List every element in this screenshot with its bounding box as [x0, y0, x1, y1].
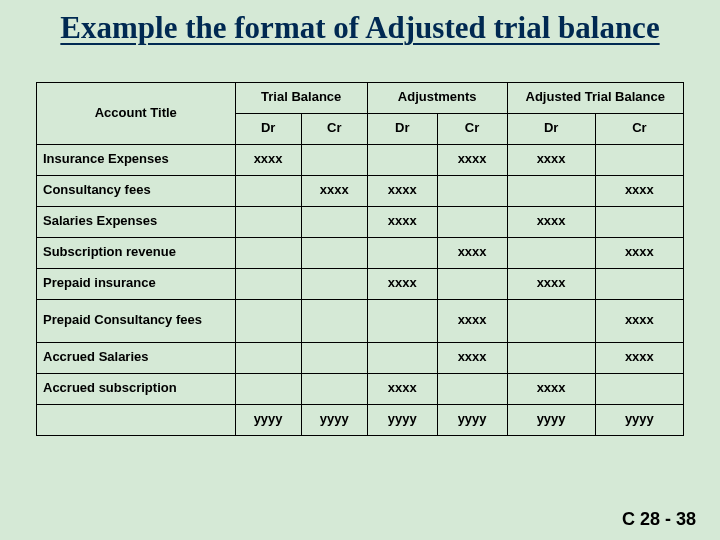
- account-title: Prepaid insurance: [37, 268, 236, 299]
- atb-dr: [507, 342, 595, 373]
- adj-cr: [437, 175, 507, 206]
- account-title: Consultancy fees: [37, 175, 236, 206]
- tb-dr: [235, 342, 301, 373]
- tb-cr: xxxx: [301, 175, 367, 206]
- tb-dr: [235, 268, 301, 299]
- atb-dr: [507, 175, 595, 206]
- atb-cr: [595, 144, 683, 175]
- account-title: Accrued subscription: [37, 373, 236, 404]
- adj-cr: xxxx: [437, 299, 507, 342]
- adj-dr: xxxx: [367, 175, 437, 206]
- table-container: Account Title Trial Balance Adjustments …: [0, 50, 720, 436]
- adj-dr: xxxx: [367, 373, 437, 404]
- slide-title: Example the format of Adjusted trial bal…: [0, 0, 720, 50]
- tb-cr: [301, 342, 367, 373]
- adj-cr: xxxx: [437, 342, 507, 373]
- atb-cr: xxxx: [595, 342, 683, 373]
- account-title: Subscription revenue: [37, 237, 236, 268]
- account-title: Insurance Expenses: [37, 144, 236, 175]
- tb-cr: [301, 268, 367, 299]
- adj-dr: xxxx: [367, 206, 437, 237]
- tb-dr: [235, 373, 301, 404]
- adjusted-trial-balance-table: Account Title Trial Balance Adjustments …: [36, 82, 684, 436]
- col-account: Account Title: [37, 82, 236, 144]
- table-row: Accrued Salariesxxxxxxxx: [37, 342, 684, 373]
- totals-row: yyyyyyyyyyyyyyyyyyyyyyyy: [37, 404, 684, 435]
- tb-cr-header: Cr: [301, 113, 367, 144]
- atb-dr-header: Dr: [507, 113, 595, 144]
- slide-number: C 28 - 38: [622, 509, 696, 530]
- atb-dr-total: yyyy: [507, 404, 595, 435]
- adj-dr: [367, 237, 437, 268]
- tb-dr: xxxx: [235, 144, 301, 175]
- tb-dr: [235, 206, 301, 237]
- atb-cr-total: yyyy: [595, 404, 683, 435]
- atb-dr: xxxx: [507, 144, 595, 175]
- table-row: Insurance Expensesxxxxxxxxxxxx: [37, 144, 684, 175]
- tb-dr: [235, 237, 301, 268]
- table-row: Accrued subscriptionxxxxxxxx: [37, 373, 684, 404]
- tb-dr: [235, 299, 301, 342]
- atb-dr: xxxx: [507, 373, 595, 404]
- tb-cr: [301, 206, 367, 237]
- atb-dr: xxxx: [507, 268, 595, 299]
- adj-cr: [437, 373, 507, 404]
- account-title: Prepaid Consultancy fees: [37, 299, 236, 342]
- col-trial-balance: Trial Balance: [235, 82, 367, 113]
- slide: Example the format of Adjusted trial bal…: [0, 0, 720, 540]
- tb-cr: [301, 144, 367, 175]
- adj-dr: [367, 144, 437, 175]
- table-row: Prepaid Consultancy feesxxxxxxxx: [37, 299, 684, 342]
- adj-cr: [437, 206, 507, 237]
- tb-dr-total: yyyy: [235, 404, 301, 435]
- table-row: Prepaid insurancexxxxxxxx: [37, 268, 684, 299]
- adj-cr-header: Cr: [437, 113, 507, 144]
- table-row: Consultancy feesxxxxxxxxxxxx: [37, 175, 684, 206]
- table-row: Subscription revenuexxxxxxxx: [37, 237, 684, 268]
- adj-dr-header: Dr: [367, 113, 437, 144]
- atb-dr: [507, 237, 595, 268]
- atb-dr: xxxx: [507, 206, 595, 237]
- col-adjustments: Adjustments: [367, 82, 507, 113]
- atb-cr: [595, 206, 683, 237]
- tb-cr: [301, 299, 367, 342]
- atb-cr: [595, 373, 683, 404]
- tb-cr: [301, 237, 367, 268]
- tb-cr-total: yyyy: [301, 404, 367, 435]
- tb-dr-header: Dr: [235, 113, 301, 144]
- tb-cr: [301, 373, 367, 404]
- tb-dr: [235, 175, 301, 206]
- adj-cr: [437, 268, 507, 299]
- adj-cr: xxxx: [437, 144, 507, 175]
- atb-cr: [595, 268, 683, 299]
- adj-dr-total: yyyy: [367, 404, 437, 435]
- atb-cr: xxxx: [595, 237, 683, 268]
- adj-dr: [367, 299, 437, 342]
- atb-cr: xxxx: [595, 299, 683, 342]
- adj-cr: xxxx: [437, 237, 507, 268]
- atb-dr: [507, 299, 595, 342]
- col-adjusted-tb: Adjusted Trial Balance: [507, 82, 684, 113]
- totals-blank: [37, 404, 236, 435]
- adj-cr-total: yyyy: [437, 404, 507, 435]
- account-title: Salaries Expenses: [37, 206, 236, 237]
- adj-dr: xxxx: [367, 268, 437, 299]
- table-body: Insurance ExpensesxxxxxxxxxxxxConsultanc…: [37, 144, 684, 435]
- header-row-1: Account Title Trial Balance Adjustments …: [37, 82, 684, 113]
- adj-dr: [367, 342, 437, 373]
- table-row: Salaries Expensesxxxxxxxx: [37, 206, 684, 237]
- atb-cr: xxxx: [595, 175, 683, 206]
- atb-cr-header: Cr: [595, 113, 683, 144]
- account-title: Accrued Salaries: [37, 342, 236, 373]
